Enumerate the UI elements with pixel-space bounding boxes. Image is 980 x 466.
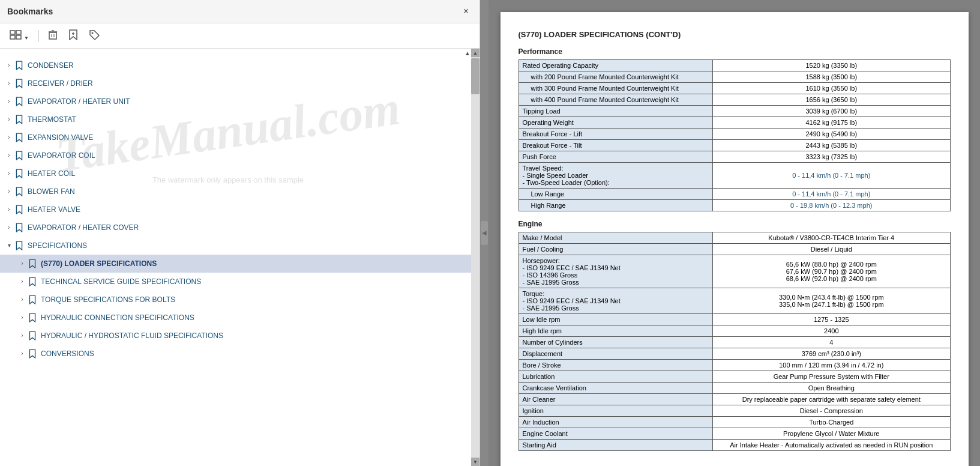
table-cell-value: 1588 kg (3500 lb): [713, 71, 950, 83]
expand-arrow-specifications: ▾: [5, 241, 13, 250]
table-row: Operating Weight 4162 kg (9175 lb): [519, 117, 950, 129]
scroll-up-button[interactable]: ▲: [471, 49, 479, 57]
table-cell-label: Rated Operating Capacity: [519, 60, 713, 71]
bookmark-item-evaporator-coil[interactable]: › EVAPORATOR COIL: [0, 147, 479, 165]
table-cell-label: High Idle rpm: [519, 325, 713, 337]
table-cell-label: Air Induction: [519, 417, 713, 428]
bookmark-label-heater-coil: HEATER COIL: [28, 169, 75, 178]
bookmark-icon-evaporator-coil: [14, 150, 24, 161]
table-cell-value: Gear Pump Pressure System with Filter: [713, 371, 950, 383]
view-icon: [10, 30, 22, 40]
add-bookmark-icon: [69, 29, 77, 40]
bookmark-item-thermostat[interactable]: › THERMOSTAT: [0, 110, 479, 129]
table-cell-value: 0 - 19,8 km/h (0 - 12.3 mph): [713, 200, 950, 211]
bookmark-label-blower-fan: BLOWER FAN: [28, 187, 75, 196]
bookmarks-list[interactable]: ▲ › CONDENSER › RECEIVER / DRIER › EVAPO…: [0, 49, 479, 466]
view-button[interactable]: ▼: [6, 28, 32, 44]
tag-button[interactable]: [86, 28, 104, 44]
bookmark-label-receiver-drier: RECEIVER / DRIER: [28, 79, 93, 88]
table-row: Displacement 3769 cm³ (230.0 in³): [519, 348, 950, 360]
bookmark-icon-s770: [28, 258, 37, 269]
panel-resize-handle[interactable]: ◀: [481, 221, 488, 245]
table-cell-value: 1520 kg (3350 lb): [713, 60, 950, 71]
table-cell-label: with 400 Pound Frame Mounted Counterweig…: [519, 94, 713, 106]
bookmark-item-evaporator-heater-unit[interactable]: › EVAPORATOR / HEATER UNIT: [0, 92, 479, 110]
expand-arrow-condenser: ›: [5, 61, 13, 70]
table-cell-value: 65,6 kW (88.0 hp) @ 2400 rpm 67,6 kW (90…: [713, 255, 950, 288]
pdf-page: (S770) LOADER SPECIFICATIONS (CONT'D) Pe…: [501, 12, 969, 466]
bookmark-icon-evaporator-heater-unit: [14, 96, 24, 107]
bookmark-item-specifications[interactable]: ▾ SPECIFICATIONS: [0, 237, 479, 255]
bookmark-item-blower-fan[interactable]: › BLOWER FAN: [0, 183, 479, 201]
delete-bookmark-button[interactable]: [45, 28, 61, 44]
close-button[interactable]: ×: [460, 5, 472, 18]
bookmark-label-heater-valve: HEATER VALVE: [28, 205, 80, 214]
table-cell-label: Starting Aid: [519, 440, 713, 451]
table-cell-label: Torque: - ISO 9249 EEC / SAE J1349 Net -…: [519, 288, 713, 314]
table-cell-label: Fuel / Cooling: [519, 244, 713, 255]
expand-arrow-expansion-valve: ›: [5, 133, 13, 142]
table-cell-label: with 200 Pound Frame Mounted Counterweig…: [519, 71, 713, 83]
bookmark-item-evaporator-heater-cover[interactable]: › EVAPORATOR / HEATER COVER: [0, 219, 479, 237]
table-row: Breakout Force - Lift 2490 kg (5490 lb): [519, 129, 950, 140]
bookmark-item-s770-loader-specs[interactable]: › (S770) LOADER SPECIFICATIONS: [0, 255, 479, 273]
table-cell-value: Propylene Glycol / Water Mixture: [713, 428, 950, 440]
scroll-up-indicator: ▲: [464, 50, 470, 56]
table-cell-value: 330,0 N•m (243.4 ft-lb) @ 1500 rpm 335,0…: [713, 288, 950, 314]
table-cell-value: 2400: [713, 325, 950, 337]
bookmark-item-heater-valve[interactable]: › HEATER VALVE: [0, 201, 479, 219]
bookmark-icon-heater-coil: [14, 168, 24, 179]
panel-separator: ◀: [480, 0, 488, 466]
performance-table: Rated Operating Capacity 1520 kg (3350 l…: [519, 59, 951, 211]
table-row: Ignition Diesel - Compression: [519, 405, 950, 417]
bookmark-item-hydraulic-connection[interactable]: › HYDRAULIC CONNECTION SPECIFICATIONS: [0, 309, 479, 327]
view-dropdown-arrow: ▼: [24, 35, 29, 41]
table-cell-value: 100 mm / 120 mm (3.94 in / 4.72 in): [713, 360, 950, 371]
bookmark-item-heater-coil[interactable]: › HEATER COIL TakeManual.com The waterma…: [0, 165, 479, 183]
bookmark-label-specifications: SPECIFICATIONS: [28, 241, 87, 250]
table-row: Torque: - ISO 9249 EEC / SAE J1349 Net -…: [519, 288, 950, 314]
scrollbar-track: ▲ ▼: [471, 49, 479, 466]
table-cell-label: Ignition: [519, 405, 713, 417]
expand-arrow-blower-fan: ›: [5, 187, 13, 196]
bookmark-item-conversions[interactable]: › CONVERSIONS: [0, 345, 479, 363]
expand-arrow-torque-specs: ›: [18, 295, 26, 304]
expand-arrow-thermostat: ›: [5, 115, 13, 124]
table-row: with 200 Pound Frame Mounted Counterweig…: [519, 71, 950, 83]
bookmark-icon-hydraulic-hydrostatic: [28, 330, 37, 341]
table-cell-value: 2490 kg (5490 lb): [713, 129, 950, 140]
bookmark-item-hydraulic-hydrostatic[interactable]: › HYDRAULIC / HYDROSTATIC FLUID SPECIFIC…: [0, 327, 479, 345]
bookmark-icon-condenser: [14, 60, 24, 71]
bookmark-item-torque-specs[interactable]: › TORQUE SPECIFICATIONS FOR BOLTS: [0, 291, 479, 309]
bookmark-icon-evaporator-heater-cover: [14, 222, 24, 233]
table-cell-label: Lubrication: [519, 371, 713, 383]
table-cell-value: Diesel - Compression: [713, 405, 950, 417]
table-row: Push Force 3323 kg (7325 lb): [519, 151, 950, 163]
bookmark-item-condenser[interactable]: › CONDENSER: [0, 56, 479, 74]
bookmarks-toolbar: ▼: [0, 23, 479, 49]
bookmark-item-technical-service[interactable]: › TECHINCAL SERVICE GUIDE SPECIFICATIONS: [0, 273, 479, 291]
table-row: High Range 0 - 19,8 km/h (0 - 12.3 mph): [519, 200, 950, 211]
scrollbar-thumb[interactable]: [471, 58, 479, 94]
svg-point-11: [91, 32, 93, 34]
expand-arrow-evaporator-heater-unit: ›: [5, 97, 13, 106]
bookmark-item-receiver-drier[interactable]: › RECEIVER / DRIER: [0, 74, 479, 92]
engine-table: Make / Model Kubota® / V3800-CR-TE4CB In…: [519, 232, 951, 451]
bookmark-icon-hydraulic-connection: [28, 312, 37, 323]
table-cell-value: Diesel / Liquid: [713, 244, 950, 255]
expand-arrow-s770: ›: [18, 259, 26, 268]
table-cell-label: Air Cleaner: [519, 394, 713, 405]
add-bookmark-button[interactable]: [65, 27, 81, 44]
table-row: Lubrication Gear Pump Pressure System wi…: [519, 371, 950, 383]
scroll-down-button[interactable]: ▼: [471, 458, 479, 466]
table-cell-value: Turbo-Charged: [713, 417, 950, 428]
bookmark-label-expansion-valve: EXPANSION VALVE: [28, 133, 93, 142]
table-row: High Idle rpm 2400: [519, 325, 950, 337]
bookmark-icon-thermostat: [14, 114, 24, 125]
bookmarks-header: Bookmarks ×: [0, 0, 479, 23]
bookmark-icon-torque-specs: [28, 294, 37, 305]
table-cell-value: 0 - 11,4 km/h (0 - 7.1 mph): [713, 189, 950, 200]
panel-resize-icon: ◀: [482, 230, 487, 236]
bookmark-item-expansion-valve[interactable]: › EXPANSION VALVE: [0, 129, 479, 147]
table-row: Air Induction Turbo-Charged: [519, 417, 950, 428]
